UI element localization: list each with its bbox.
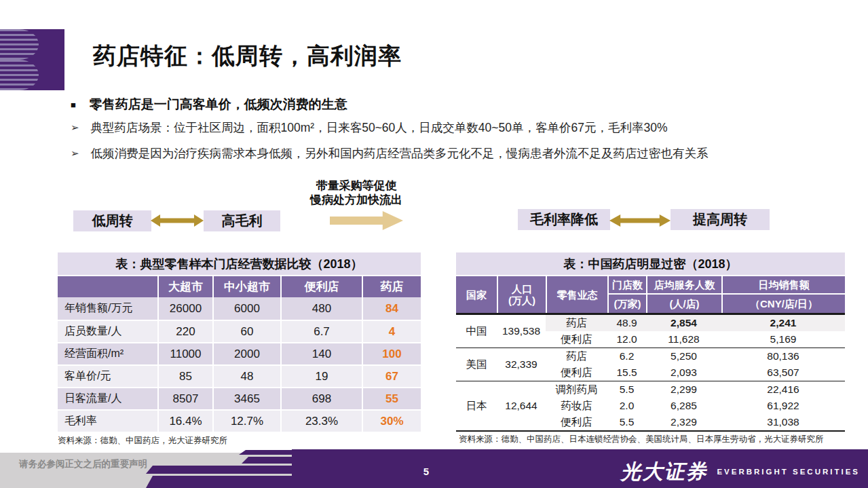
cell: 4 — [362, 321, 421, 342]
header-line: 店均服务人数 — [647, 276, 721, 295]
table-row: 日本 12,644 调剂药局 5.5 2,299 22,416 — [456, 381, 845, 398]
cell: 19 — [280, 366, 362, 387]
cell: 2,299 — [646, 381, 721, 398]
flow-box-low-turnover: 低周转 — [73, 210, 151, 231]
cell: 480 — [280, 297, 362, 320]
column-header: 便利店 — [280, 276, 362, 297]
cell: 140 — [280, 343, 362, 364]
cell: 6000 — [212, 297, 280, 320]
cell: 2.0 — [607, 398, 646, 414]
cell: 便利店 — [546, 364, 607, 381]
bullet-item: ➢ 典型药店场景：位于社区周边，面积100m²，日来客50~60人，日成交单数4… — [71, 120, 667, 135]
cell: 30% — [362, 411, 421, 432]
table-row: 客单价/元 85 48 19 67 — [58, 364, 421, 387]
bullet-item: ➢ 低频消费是因为治疗疾病需求本身低频，另外和国内药店经营品类多元化不足，慢病患… — [71, 146, 709, 161]
cell: 5.5 — [607, 414, 646, 431]
column-header: 药店 — [362, 276, 421, 297]
cell: 23.3% — [280, 411, 362, 432]
deco-stripe-logo — [0, 29, 64, 90]
table-row: 年销售额/万元 26000 6000 480 84 — [58, 297, 421, 320]
deco-lobe-icon — [0, 60, 39, 90]
footer-stripe — [146, 466, 295, 474]
section-heading: ■ 零售药店是一门高客单价，低频次消费的生意 — [71, 96, 347, 113]
cell: 220 — [157, 321, 212, 342]
table-row: 中国 139,538 药店 48.9 2,854 2,241 — [456, 315, 845, 331]
right-table-body: 中国 139,538 药店 48.9 2,854 2,241 便利店 12.0 … — [456, 315, 845, 432]
cell: 2,093 — [646, 364, 721, 381]
header-line: (人/店) — [647, 295, 721, 313]
cell: 5,250 — [646, 348, 721, 365]
cell: 85 — [157, 366, 212, 387]
left-table-title: 表：典型零售样本门店经营数据比较（2018） — [58, 252, 421, 275]
footer: 请务必参阅正文之后的重要声明 5 光大证券 EVERBRIGHT SECURIT… — [0, 449, 868, 488]
column-header: 人口 (万人) — [497, 276, 546, 313]
chevron-bullet-icon: ➢ — [71, 146, 79, 161]
footer-stripe — [146, 476, 295, 488]
cell: 48.9 — [607, 315, 646, 331]
cell: 5,169 — [721, 331, 845, 348]
footer-stripe — [239, 450, 295, 455]
cell: 调剂药局 — [546, 381, 607, 398]
column-header: 店均服务人数 (人/店) — [646, 276, 721, 313]
brand-logo: 光大证券 EVERBRIGHT SECURITIES — [620, 462, 860, 482]
chevron-bullet-icon: ➢ — [71, 120, 79, 135]
cell: 12.0 — [607, 331, 646, 348]
page-number: 5 — [407, 466, 445, 477]
header-line: (万人) — [508, 295, 535, 306]
population-cell: 32,339 — [497, 348, 546, 381]
cell: 55 — [362, 388, 421, 409]
flow-box-margin-down: 毛利率降低 — [518, 209, 610, 230]
cell: 100 — [362, 343, 421, 364]
column-header: 国家 — [456, 276, 497, 313]
cell: 2,854 — [646, 315, 721, 331]
right-table-title: 表：中国药店明显过密（2018） — [456, 252, 845, 275]
source-note: 资料来源：德勤、中国药店、日本连锁经营协会、美国统计局、日本厚生劳动省，光大证券… — [459, 434, 824, 445]
slide: 药店特征：低周转，高利润率 ■ 零售药店是一门高客单价，低频次消费的生意 ➢ 典… — [0, 0, 868, 488]
population-cell: 139,538 — [497, 315, 546, 348]
header-line: 门店数 — [609, 276, 646, 295]
row-label: 客单价/元 — [58, 366, 157, 387]
cell: 67 — [362, 366, 421, 387]
table-row: 经营面积/m² 11000 2000 140 100 — [58, 342, 421, 364]
cell: 6.7 — [280, 321, 362, 342]
cell: 11000 — [157, 343, 212, 364]
cell: 84 — [362, 297, 421, 320]
column-header: 门店数 (万家) — [607, 276, 646, 313]
cell: 3465 — [212, 388, 280, 409]
flow-note-line1: 带量采购等促使 — [297, 179, 416, 193]
cell: 16.4% — [157, 411, 212, 432]
cell: 便利店 — [546, 331, 607, 348]
left-table: 大超市 中小超市 便利店 药店 年销售额/万元 26000 6000 480 8… — [58, 276, 421, 432]
cell: 26000 — [157, 297, 212, 320]
row-label: 经营面积/m² — [58, 343, 157, 364]
cell: 8507 — [157, 388, 212, 409]
cell: 2000 — [212, 343, 280, 364]
cell: 5.5 — [607, 381, 646, 398]
cell: 22,416 — [721, 381, 845, 398]
cell: 60 — [212, 321, 280, 342]
brand-logo-en: EVERBRIGHT SECURITIES — [717, 468, 860, 476]
cell: 2,329 — [646, 414, 721, 431]
deco-lobe-icon — [0, 29, 39, 60]
left-table-header: 大超市 中小超市 便利店 药店 — [58, 276, 421, 297]
section-heading-text: 零售药店是一门高客单价，低频次消费的生意 — [90, 96, 347, 113]
disclaimer-text: 请务必参阅正文之后的重要声明 — [19, 458, 147, 470]
cell: 12.7% — [212, 411, 280, 432]
bullet-text: 低频消费是因为治疗疾病需求本身低频，另外和国内药店经营品类多元化不足，慢病患者外… — [91, 146, 709, 161]
cell: 2,241 — [721, 315, 845, 331]
footer-stripe — [242, 457, 295, 464]
column-header — [58, 276, 157, 297]
header-line: （CNY/店/日） — [723, 295, 845, 313]
column-header: 大超市 — [157, 276, 212, 297]
table-row: 毛利率 16.4% 12.7% 23.3% 30% — [58, 409, 421, 432]
right-table: 国家 人口 (万人) 零售业态 门店数 (万家) 店均服务人数 (人/店) 日均… — [456, 276, 845, 432]
right-table-header: 国家 人口 (万人) 零售业态 门店数 (万家) 店均服务人数 (人/店) 日均… — [456, 276, 845, 315]
cell: 31,038 — [721, 414, 845, 431]
cell: 698 — [280, 388, 362, 409]
brand-logo-cn: 光大证券 — [620, 462, 707, 482]
cell: 6.2 — [607, 348, 646, 365]
country-cell: 日本 — [456, 381, 497, 432]
double-arrow-icon — [151, 214, 204, 227]
square-bullet-icon: ■ — [71, 100, 76, 109]
page-title: 药店特征：低周转，高利润率 — [93, 41, 402, 72]
